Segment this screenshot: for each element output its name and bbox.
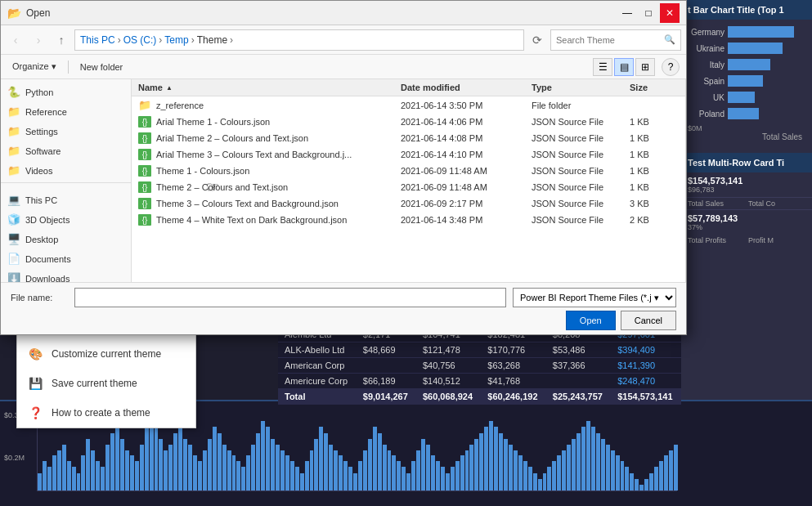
breadcrumb-this-pc[interactable]: This PC — [80, 34, 115, 46]
bc-bar — [125, 450, 129, 491]
nav-item-software[interactable]: 📁 Software — [1, 141, 131, 161]
bc-bar — [358, 461, 362, 490]
nav-item-3d[interactable]: 🧊 3D Objects — [1, 210, 131, 230]
file-row-arial-3[interactable]: {} Arial Theme 3 – Colours Text and Back… — [132, 146, 685, 163]
nav-label-downloads: Downloads — [25, 274, 70, 282]
search-input[interactable] — [556, 35, 664, 45]
nav-item-documents[interactable]: 📄 Documents — [1, 249, 131, 269]
bc-bar — [222, 445, 227, 490]
file-row-theme-4[interactable]: {} Theme 4 – White Text on Dark Backgrou… — [132, 212, 685, 228]
view-icons-button[interactable]: ⊞ — [635, 58, 655, 76]
this-pc-icon: 💻 — [7, 194, 20, 207]
context-menu-howto[interactable]: ❓ How to create a theme — [17, 398, 195, 428]
filetype-select[interactable]: Power BI Report Theme Files (*.j ▾ — [513, 288, 676, 307]
bc-bar — [47, 467, 52, 490]
file-date: 2021-06-14 4:10 PM — [401, 150, 532, 159]
breadcrumb-area[interactable]: This PC › OS (C:) › Temp › Theme › — [74, 29, 524, 51]
file-size: 2 KB — [630, 215, 679, 225]
nav-item-this-pc[interactable]: 💻 This PC — [1, 190, 131, 210]
up-button[interactable]: ↑ — [52, 30, 71, 50]
bc-bar — [193, 455, 197, 490]
cell-name: Americure Corp — [278, 374, 357, 389]
refresh-button[interactable]: ⟳ — [527, 30, 547, 50]
nav-label-desktop: Desktop — [25, 235, 58, 244]
bc-bar — [455, 461, 460, 490]
file-row-theme-1[interactable]: {} Theme 1 - Colours.json 2021-06-09 11:… — [132, 163, 685, 179]
view-details-button[interactable]: ▤ — [614, 58, 634, 76]
file-size: 3 KB — [630, 199, 679, 208]
bc-bar — [81, 455, 85, 490]
bar-track-ukraine — [728, 43, 805, 54]
bc-bar — [572, 439, 576, 490]
search-box[interactable]: 🔍 — [550, 29, 681, 51]
bc-bar — [324, 433, 328, 490]
bar-fill-uk — [728, 92, 755, 103]
nav-label-python: Python — [25, 87, 53, 97]
header-size[interactable]: Size — [630, 83, 679, 92]
back-button[interactable]: ‹ — [6, 30, 25, 50]
videos-top-icon: 📁 — [7, 164, 20, 177]
nav-item-downloads[interactable]: ⬇️ Downloads — [1, 269, 131, 282]
filename-row: File name: Power BI Report Theme Files (… — [11, 288, 676, 307]
file-date: 2021-06-09 11:48 AM — [401, 182, 532, 192]
card-title: Test Multi-Row Card Ti — [681, 153, 812, 172]
cancel-button[interactable]: Cancel — [621, 311, 676, 330]
bc-bar — [145, 427, 149, 490]
close-button[interactable]: ✕ — [660, 3, 680, 23]
bc-bar — [644, 479, 648, 490]
header-name[interactable]: Name ▲ — [138, 83, 401, 92]
bc-bar — [639, 485, 644, 490]
bc-bar — [557, 455, 561, 490]
forward-button[interactable]: › — [29, 30, 48, 50]
open-button[interactable]: Open — [566, 311, 616, 330]
context-menu-save[interactable]: 💾 Save current theme — [17, 369, 195, 398]
bar-chart-area: Germany Ukraine Italy Spain UK — [681, 20, 812, 153]
nav-item-reference[interactable]: 📁 Reference — [1, 102, 131, 122]
file-row-arial-2[interactable]: {} Arial Theme 2 – Colours and Text.json… — [132, 130, 685, 146]
help-button[interactable]: ? — [662, 58, 680, 76]
bar-row-italy: Italy — [688, 59, 805, 70]
bc-bar — [674, 445, 678, 490]
file-list: Name ▲ Date modified Type Size — [132, 79, 686, 282]
nav-item-python[interactable]: 🐍 Python — [1, 83, 131, 102]
bc-bar — [72, 467, 76, 490]
bc-bar — [630, 473, 634, 490]
cell-c1 — [357, 358, 416, 374]
nav-item-videos-top[interactable]: 📁 Videos — [1, 161, 131, 181]
total-sales-label: Total Sales — [688, 132, 805, 146]
file-row-theme-3[interactable]: {} Theme 3 – Colours Text and Background… — [132, 195, 685, 212]
new-folder-button[interactable]: New folder — [75, 60, 128, 74]
bc-bar — [479, 433, 483, 490]
view-list-button[interactable]: ☰ — [593, 58, 612, 76]
nav-item-desktop[interactable]: 🖥️ Desktop — [1, 230, 131, 249]
view-buttons: ☰ ▤ ⊞ — [593, 58, 655, 76]
file-size: 1 KB — [630, 150, 679, 159]
bc-bar — [606, 445, 610, 490]
file-name: Arial Theme 3 – Colours Text and Backgro… — [156, 150, 352, 159]
metric2-label: Total Profits — [688, 236, 745, 244]
file-row-z-reference[interactable]: 📁 z_reference 2021-06-14 3:50 PM File fo… — [132, 96, 685, 114]
nav-item-settings[interactable]: 📁 Settings — [1, 122, 131, 141]
breadcrumb-temp[interactable]: Temp — [164, 34, 188, 46]
file-name: Theme 4 – White Text on Dark Background.… — [156, 215, 347, 225]
minimize-button[interactable]: — — [617, 3, 637, 23]
bc-bar — [426, 445, 430, 490]
nav-label-this-pc: This PC — [25, 195, 57, 205]
context-menu-customize[interactable]: 🎨 Customize current theme — [17, 339, 195, 369]
header-date-modified[interactable]: Date modified — [401, 83, 532, 92]
metric1-value: $154,573,141 — [688, 176, 805, 186]
bc-bar — [659, 461, 663, 490]
bc-bar — [509, 445, 513, 490]
search-icon: 🔍 — [664, 34, 675, 45]
file-row-theme-2[interactable]: {} Theme 2 – Colours and Text.json 2021-… — [132, 179, 685, 195]
bar-fill-ukraine — [728, 43, 783, 54]
filename-input[interactable] — [74, 288, 506, 307]
file-row-arial-1[interactable]: {} Arial Theme 1 - Colours.json 2021-06-… — [132, 114, 685, 130]
organize-button[interactable]: Organize ▾ — [7, 60, 61, 74]
breadcrumb-os-c[interactable]: OS (C:) — [123, 34, 157, 46]
maximize-button[interactable]: □ — [639, 3, 658, 23]
software-icon: 📁 — [7, 145, 20, 158]
header-type[interactable]: Type — [532, 83, 630, 92]
howto-icon: ❓ — [27, 405, 43, 421]
axis-label-zero: $0M — [688, 124, 702, 132]
